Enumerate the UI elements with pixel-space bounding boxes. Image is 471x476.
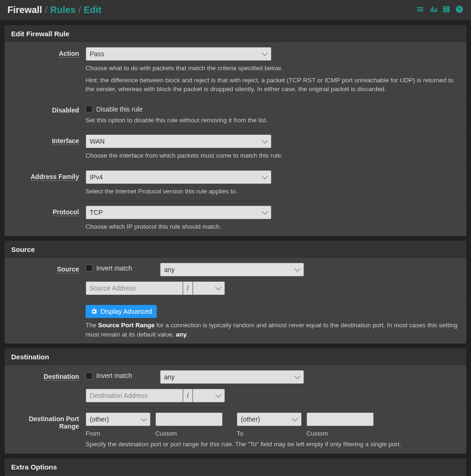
protocol-select[interactable]: TCP [86, 205, 272, 219]
panel-title: Edit Firewall Rule [5, 25, 466, 42]
display-advanced-label: Display Advanced [100, 308, 152, 315]
label-protocol: Protocol [53, 208, 79, 216]
panel-extra: Extra Options Log Log packets that are h… [5, 458, 466, 476]
dpr-from-custom-input[interactable] [155, 412, 223, 426]
label-destination: Destination [44, 373, 79, 381]
dest-invert-checkbox[interactable] [86, 372, 93, 379]
row-disabled: Disabled Disable this rule Set this opti… [5, 99, 466, 130]
interface-select[interactable]: WAN [86, 134, 272, 148]
panel-title: Source [5, 241, 466, 258]
help-action-2: Hint: the difference between block and r… [86, 76, 460, 94]
label-dpr: Destination Port Range [29, 415, 79, 430]
row-af: Address Family IPv4 Select the Internet … [5, 165, 466, 201]
row-interface: Interface WAN Choose the interface from … [5, 129, 466, 165]
breadcrumb-root: Firewall [7, 5, 42, 15]
label-disabled: Disabled [52, 106, 79, 114]
dpr-to-select[interactable]: (other) [237, 412, 302, 426]
breadcrumb-l2[interactable]: Edit [84, 5, 101, 15]
help-source-adv: The Source Port Range for a connection i… [86, 321, 460, 339]
help-icon[interactable]: ? [455, 5, 464, 15]
dpr-to-custom-sublabel: Custom [306, 430, 374, 437]
af-select[interactable]: IPv4 [86, 170, 272, 184]
panel-title: Destination [5, 348, 466, 365]
breadcrumb-icons: ? [416, 5, 464, 15]
dpr-from-sublabel: From [86, 430, 151, 437]
row-protocol: Protocol TCP Choose which IP protocol th… [5, 200, 466, 236]
panel-edit-rule: Edit Firewall Rule Action Pass Choose wh… [5, 25, 466, 236]
breadcrumb-sep: / [45, 5, 47, 15]
settings-icon[interactable] [416, 5, 425, 15]
source-mask-select[interactable] [192, 281, 225, 295]
dpr-to-custom-input[interactable] [306, 412, 374, 426]
dpr-from-custom-sublabel: Custom [155, 430, 223, 437]
panel-title: Extra Options [5, 458, 466, 476]
help-action-1: Choose what to do with packets that matc… [86, 64, 460, 73]
display-advanced-button[interactable]: Display Advanced [86, 305, 157, 318]
help-protocol: Choose which IP protocol this rule shoul… [86, 222, 460, 231]
help-disabled: Set this option to disable this rule wit… [86, 116, 460, 125]
disabled-checkbox-label[interactable]: Disable this rule [96, 106, 143, 113]
gear-icon [90, 308, 98, 315]
mask-slash: / [183, 281, 192, 295]
panel-destination: Destination Destination Invert match any… [5, 348, 466, 454]
label-action: Action [59, 50, 79, 58]
help-interface: Choose the interface from which packets … [86, 151, 460, 160]
source-type-select[interactable]: any [160, 263, 304, 277]
row-source: Source Invert match any / [5, 258, 466, 300]
svg-text:?: ? [458, 7, 461, 12]
breadcrumb-sep: / [79, 5, 81, 15]
svg-point-1 [421, 9, 423, 10]
mask-slash: / [183, 389, 192, 403]
breadcrumb: Firewall / Rules / Edit [7, 5, 101, 15]
label-source: Source [57, 265, 79, 273]
breadcrumb-l1[interactable]: Rules [50, 5, 75, 15]
disabled-checkbox[interactable] [86, 106, 93, 112]
help-af: Select the Internet Protocol version thi… [86, 187, 460, 196]
svg-point-2 [419, 10, 420, 12]
row-dest-port-range: Destination Port Range (other) From Cust… [5, 407, 466, 454]
dest-type-select[interactable]: any [160, 370, 304, 384]
list-icon[interactable] [442, 5, 451, 15]
source-invert-label[interactable]: Invert match [96, 264, 132, 272]
help-dpr: Specify the destination port or port ran… [86, 440, 460, 449]
source-invert-checkbox[interactable] [86, 264, 93, 271]
dpr-to-sublabel: To [237, 430, 302, 437]
label-af: Address Family [31, 173, 79, 181]
label-interface: Interface [52, 137, 79, 145]
breadcrumb-bar: Firewall / Rules / Edit ? [0, 0, 471, 20]
dest-mask-select[interactable] [192, 389, 225, 403]
row-destination: Destination Invert match any / [5, 365, 466, 407]
source-address-input[interactable] [86, 281, 183, 295]
dest-address-input[interactable] [86, 389, 183, 403]
source-address-group: / [86, 281, 225, 295]
row-action: Action Pass Choose what to do with packe… [5, 42, 466, 99]
dest-address-group: / [86, 389, 225, 403]
dpr-from-select[interactable]: (other) [86, 412, 151, 426]
chart-icon[interactable] [429, 5, 438, 15]
dest-invert-label[interactable]: Invert match [96, 372, 132, 379]
svg-point-0 [418, 7, 420, 8]
action-select[interactable]: Pass [86, 47, 272, 61]
row-source-adv: Display Advanced The Source Port Range f… [5, 300, 466, 344]
panel-source: Source Source Invert match any / [5, 241, 466, 344]
